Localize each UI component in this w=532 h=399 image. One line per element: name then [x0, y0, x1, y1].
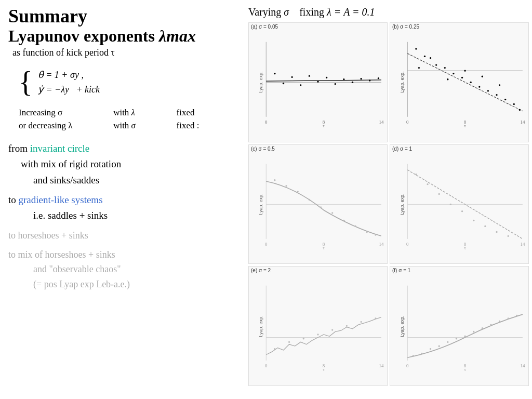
svg-point-4 [283, 83, 284, 84]
svg-point-13 [360, 78, 362, 79]
svg-point-94 [413, 355, 414, 357]
svg-point-34 [513, 103, 515, 105]
svg-point-29 [470, 82, 472, 83]
svg-point-23 [415, 48, 417, 49]
svg-point-27 [453, 73, 454, 74]
svg-point-49 [285, 185, 287, 187]
to-detail: i.e. saddles + sinks [33, 208, 236, 223]
svg-point-81 [288, 341, 290, 343]
svg-point-39 [464, 70, 466, 71]
svg-point-8 [317, 81, 318, 83]
svg-point-25 [435, 64, 437, 65]
plot-e-ylabel: Lyap. exp. [258, 315, 263, 337]
svg-point-65 [415, 174, 417, 175]
svg-text:0: 0 [265, 363, 268, 368]
svg-point-66 [427, 183, 428, 185]
plot-f-ylabel: Lyap. exp. [400, 315, 405, 337]
lambda-max-label: λmax [159, 26, 196, 45]
svg-text:0: 0 [265, 119, 268, 125]
svg-point-37 [430, 57, 431, 59]
svg-point-70 [473, 219, 474, 221]
plot-c-svg: 0 8 14 τ [249, 145, 387, 264]
svg-point-57 [375, 234, 376, 235]
svg-point-52 [320, 206, 322, 208]
desc-fixed: fixed fixed : [177, 106, 236, 132]
svg-point-102 [482, 327, 483, 329]
svg-point-68 [450, 203, 451, 205]
right-panel: Varying σ fixing λ = A = 0.1 (a) σ = 0.0… [244, 0, 532, 399]
svg-text:τ: τ [323, 245, 325, 250]
svg-point-10 [335, 83, 336, 85]
svg-point-83 [317, 334, 318, 336]
plot-f-label: (f) σ = 1 [392, 268, 410, 273]
svg-line-2 [266, 80, 381, 81]
invariant-circle-keyword: invariant circle [30, 143, 89, 154]
svg-point-106 [516, 315, 517, 316]
svg-point-69 [461, 210, 463, 212]
svg-text:τ: τ [464, 367, 466, 372]
svg-point-11 [343, 78, 344, 80]
plot-d-svg: 0 8 14 τ [390, 145, 528, 264]
from-detail-2: and sinks/saddes [33, 172, 236, 188]
svg-point-73 [508, 235, 509, 236]
svg-point-7 [309, 75, 310, 76]
svg-text:τ: τ [323, 123, 325, 128]
plot-b: (b) σ = 0.25 Lyap. exp. [390, 22, 529, 142]
faded-mix: to mix of horseshoes + sinks and "observ… [8, 247, 236, 292]
plot-a-ylabel: Lyap. exp. [258, 72, 263, 93]
svg-point-95 [421, 353, 422, 354]
title-lyapunov: Lyapunov exponents λmax [8, 27, 236, 45]
from-section: from invariant circle with mix of rigid … [8, 141, 236, 188]
plot-b-label: (b) σ = 0.25 [392, 24, 419, 30]
svg-point-56 [366, 231, 368, 233]
svg-text:14: 14 [379, 119, 383, 125]
equations: θ̇ = 1 + σy , ẏ = −λy + kick [38, 69, 100, 95]
plot-b-svg: 0 8 14 τ [390, 23, 528, 142]
svg-point-100 [464, 336, 466, 337]
svg-point-6 [300, 84, 301, 86]
faded-horseshoes: to horseshoes + sinks [8, 228, 236, 243]
svg-point-5 [291, 76, 292, 78]
svg-point-99 [456, 338, 457, 339]
equation-1: θ̇ = 1 + σy , [38, 69, 100, 81]
left-panel: Summary Lyapunov exponents λmax as funct… [0, 0, 244, 399]
svg-point-9 [326, 77, 327, 78]
svg-point-71 [484, 225, 486, 227]
svg-point-67 [438, 193, 440, 194]
plot-c: (c) σ = 0.5 Lyap. exp. 0 8 1 [248, 144, 388, 264]
svg-text:14: 14 [520, 119, 525, 125]
svg-point-104 [499, 321, 500, 322]
faded-detail-1: and "observable chaos" [33, 262, 236, 277]
plot-d: (d) σ = 1 Lyap. exp. 0 8 14 τ [390, 144, 529, 264]
to-section: to gradient-like systems i.e. saddles + … [8, 192, 236, 224]
svg-point-85 [346, 325, 348, 327]
svg-point-24 [424, 56, 425, 57]
varying-header: Varying σ fixing λ = A = 0.1 [248, 6, 528, 18]
plot-c-label: (c) σ = 0.5 [251, 146, 275, 152]
svg-point-101 [473, 331, 474, 332]
svg-point-15 [378, 77, 379, 79]
svg-point-86 [360, 321, 362, 323]
svg-point-38 [447, 78, 448, 80]
svg-text:14: 14 [520, 242, 525, 247]
plot-f: (f) σ = 1 Lyap. exp. [390, 266, 529, 386]
svg-point-36 [418, 67, 420, 69]
gradient-like-keyword: gradient-like systems [19, 194, 103, 205]
svg-point-53 [331, 212, 333, 214]
title-summary: Summary [8, 6, 236, 27]
svg-point-84 [331, 329, 333, 331]
desc-increasing: Increasing σ or decreasing λ [19, 106, 109, 132]
equation-2: ẏ = −λy + kick [38, 84, 100, 95]
faded-detail-2: (= pos Lyap exp Leb-a.e.) [33, 277, 236, 292]
svg-point-14 [369, 79, 370, 81]
svg-text:0: 0 [406, 119, 409, 125]
plot-e: (e) σ = 2 Lyap. exp. 0 8 14 τ [248, 266, 388, 386]
svg-text:τ: τ [323, 367, 325, 372]
to-label: to [8, 194, 16, 205]
svg-point-32 [496, 94, 497, 96]
plot-e-label: (e) σ = 2 [251, 268, 271, 273]
svg-text:0: 0 [406, 242, 409, 247]
svg-point-41 [499, 84, 500, 86]
svg-point-51 [309, 198, 310, 200]
plot-c-ylabel: Lyap. exp. [258, 193, 263, 215]
